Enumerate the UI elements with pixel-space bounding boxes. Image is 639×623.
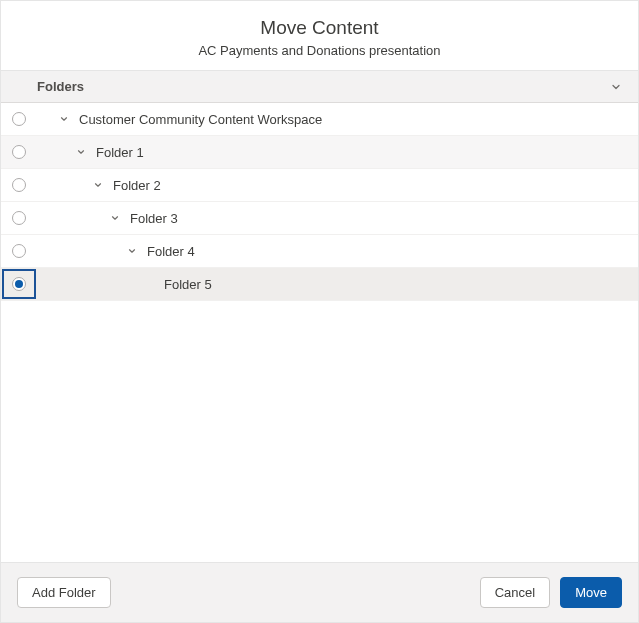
folder-row[interactable]: Folder 2 [1,169,638,202]
radio-cell [1,103,37,135]
folder-row[interactable]: Folder 5 [1,268,638,301]
dialog-subtitle: AC Payments and Donations presentation [17,43,622,58]
move-content-dialog: Move Content AC Payments and Donations p… [0,0,639,623]
dialog-header: Move Content AC Payments and Donations p… [1,1,638,71]
chevron-down-icon[interactable] [55,114,73,124]
dialog-footer: Add Folder Cancel Move [1,562,638,622]
folder-label: Folder 4 [141,244,195,259]
folder-tree: Customer Community Content WorkspaceFold… [1,103,638,562]
move-button[interactable]: Move [560,577,622,608]
chevron-down-icon[interactable] [72,147,90,157]
folder-radio[interactable] [12,178,26,192]
folder-label: Folder 3 [124,211,178,226]
dialog-title: Move Content [17,17,622,39]
radio-cell [1,202,37,234]
chevron-down-icon[interactable] [89,180,107,190]
folder-list-header: Folders [1,71,638,103]
folder-radio[interactable] [12,277,26,291]
radio-cell [1,169,37,201]
folder-label: Folder 2 [107,178,161,193]
cancel-button[interactable]: Cancel [480,577,550,608]
chevron-down-icon[interactable] [123,246,141,256]
chevron-down-icon[interactable] [610,81,622,93]
folder-label: Customer Community Content Workspace [73,112,322,127]
folder-row[interactable]: Customer Community Content Workspace [1,103,638,136]
folder-row[interactable]: Folder 4 [1,235,638,268]
chevron-down-icon[interactable] [106,213,124,223]
folder-label: Folder 1 [90,145,144,160]
folder-radio[interactable] [12,112,26,126]
folder-row[interactable]: Folder 3 [1,202,638,235]
folder-label: Folder 5 [158,277,212,292]
folder-radio[interactable] [12,145,26,159]
footer-actions: Cancel Move [480,577,622,608]
folder-radio[interactable] [12,244,26,258]
radio-cell [1,268,37,300]
folder-row[interactable]: Folder 1 [1,136,638,169]
radio-cell [1,136,37,168]
folder-radio[interactable] [12,211,26,225]
folder-list-header-label: Folders [37,79,84,94]
add-folder-button[interactable]: Add Folder [17,577,111,608]
radio-cell [1,235,37,267]
